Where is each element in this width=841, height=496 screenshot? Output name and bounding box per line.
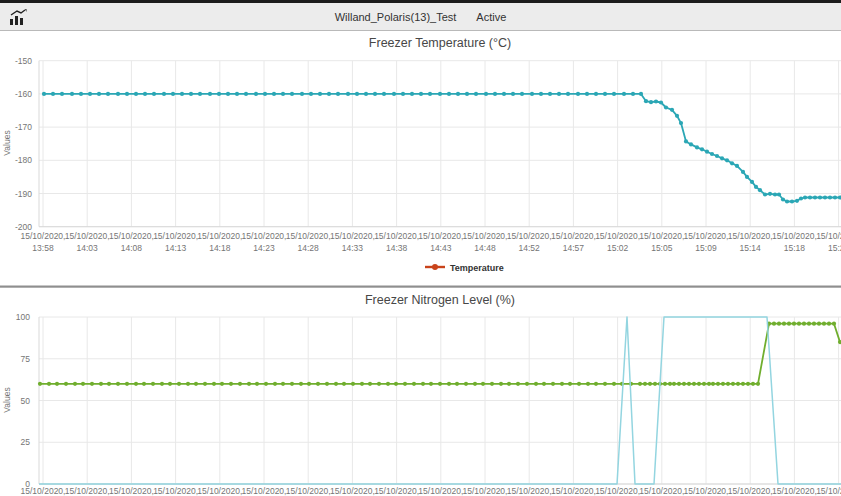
series-point (473, 382, 477, 386)
series-point (464, 382, 468, 386)
y-tick-label: 25 (21, 437, 31, 447)
series-point (530, 92, 534, 96)
series-point (355, 92, 359, 96)
x-tick-date: 15/10/2020, (507, 486, 552, 496)
x-tick-time: 15:09 (695, 243, 717, 253)
series-point (516, 382, 520, 386)
series-point (725, 158, 729, 162)
x-tick-date: 15/10/2020, (551, 486, 596, 496)
series-point (795, 199, 799, 203)
series-point (750, 180, 754, 184)
series-point (790, 199, 794, 203)
series-point (151, 382, 155, 386)
series-point (116, 92, 120, 96)
series-point (721, 382, 725, 386)
series-point (502, 92, 506, 96)
series-point (705, 150, 709, 154)
series-point (428, 92, 432, 96)
x-tick-time: 14:57 (563, 243, 585, 253)
series-point (777, 192, 781, 196)
y-tick-label: -160 (15, 89, 32, 99)
series-point (741, 170, 745, 174)
series-point (220, 382, 224, 386)
page: { "header": { "title": "Willand_Polaris(… (0, 0, 841, 496)
series-point (51, 92, 55, 96)
x-tick-date: 15/10/2020, (684, 486, 729, 496)
series-point (351, 382, 355, 386)
x-tick-date: 15/10/2020, (330, 486, 375, 496)
series-point (421, 382, 425, 386)
series-point (715, 154, 719, 158)
x-tick-time: 14:48 (474, 243, 496, 253)
series-point (81, 382, 85, 386)
series-point (548, 92, 552, 96)
series-point (238, 382, 242, 386)
series-point (235, 92, 239, 96)
x-tick-date: 15/10/2020, (639, 486, 684, 496)
series-point (756, 382, 760, 386)
series-point (419, 92, 423, 96)
series-point (336, 92, 340, 96)
series-point (247, 382, 251, 386)
series-point (832, 322, 836, 326)
x-tick-date: 15/10/2020, (463, 231, 508, 241)
series-point (677, 382, 681, 386)
series-point (542, 382, 546, 386)
series-point (203, 382, 207, 386)
series-point (180, 92, 184, 96)
series-point (38, 382, 42, 386)
x-tick-date: 15/10/2020, (286, 231, 331, 241)
series-point (186, 382, 190, 386)
series-point (217, 92, 221, 96)
x-tick-date: 15/10/2020, (507, 231, 552, 241)
series-point (456, 92, 460, 96)
header-bar: Willand_Polaris(13)_Test Active (0, 0, 841, 31)
series-point (189, 92, 193, 96)
series-point (299, 382, 303, 386)
series-point (360, 382, 364, 386)
series-point (827, 322, 831, 326)
series-point (741, 382, 745, 386)
series-point (160, 382, 164, 386)
series-point (455, 382, 459, 386)
x-tick-time: 14:13 (165, 243, 187, 253)
x-tick-date: 15/10/2020, (463, 486, 508, 496)
series-point (585, 92, 589, 96)
series-point (682, 382, 686, 386)
series-point (263, 92, 267, 96)
series-point (751, 382, 755, 386)
series-point (539, 92, 543, 96)
series-point (653, 382, 657, 386)
x-tick-date: 15/10/2020, (374, 231, 419, 241)
series-point (639, 92, 643, 96)
x-tick-date: 15/10/2020, (153, 231, 198, 241)
device-title: Willand_Polaris(13)_Test (335, 11, 457, 23)
series-point (244, 92, 248, 96)
x-tick-date: 15/10/2020, (153, 486, 198, 496)
series-point (638, 382, 642, 386)
series-point (772, 322, 776, 326)
x-tick-date: 15/10/2020, (595, 486, 640, 496)
x-tick-date: 15/10/2020, (109, 486, 154, 496)
x-tick-time: 15:23 (828, 243, 841, 253)
x-tick-date: 15/10/2020, (330, 231, 375, 241)
series-point (474, 92, 478, 96)
series-point (429, 382, 433, 386)
series-point (792, 322, 796, 326)
chart-title: Freezer Temperature (°C) (369, 36, 511, 50)
series-point (799, 196, 803, 200)
series-point (142, 382, 146, 386)
series-point (689, 142, 693, 146)
series-point (664, 105, 668, 109)
series-point (264, 382, 268, 386)
series-point (116, 382, 120, 386)
x-tick-time: 14:03 (77, 243, 99, 253)
series-point (42, 92, 46, 96)
series-point (525, 382, 529, 386)
series-point (822, 322, 826, 326)
series-point (499, 382, 503, 386)
series-point (520, 92, 524, 96)
series-point (534, 382, 538, 386)
series-point (281, 92, 285, 96)
y-tick-label: 50 (21, 396, 31, 406)
